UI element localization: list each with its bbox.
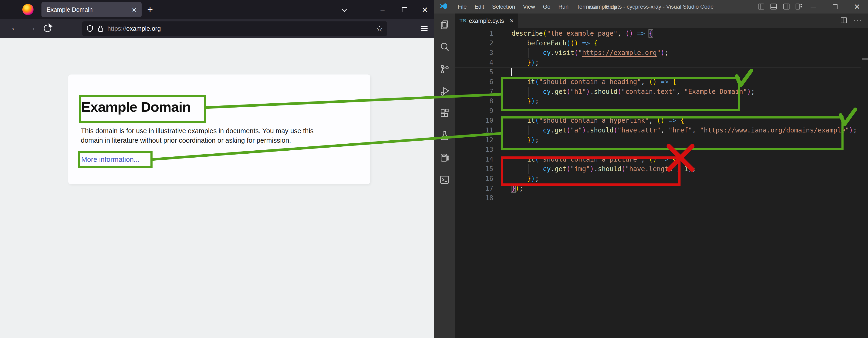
line-number: 1 (465, 29, 493, 38)
line-number: 14 (465, 155, 493, 164)
line-number: 2 (465, 38, 493, 48)
page-paragraph: This domain is for use in illustrative e… (81, 126, 328, 145)
line-number: 4 (465, 58, 493, 68)
menu-bar: FileEditSelectionViewGoRunTerminalHelp (454, 3, 621, 10)
code-line: }); (512, 135, 539, 145)
url-host: example.org (126, 25, 161, 32)
new-tab-button[interactable]: + (147, 5, 153, 14)
line-number: 7 (465, 87, 493, 97)
menu-file[interactable]: File (454, 3, 471, 10)
code-line: describe("the example page", () => { (512, 29, 653, 38)
vscode-window: FileEditSelectionViewGoRunTerminalHelp e… (434, 0, 868, 338)
editor-tab-bar: TS example.cy.ts × ··· (455, 13, 868, 28)
line-number: 3 (465, 48, 493, 58)
page-title: Example Domain (81, 99, 191, 115)
menu-terminal[interactable]: Terminal (572, 3, 601, 10)
customize-layout-icon[interactable] (795, 3, 802, 10)
code-line: beforeEach(() => { (512, 38, 598, 48)
vscode-minimize-button[interactable]: ─ (802, 3, 824, 11)
code-line: it("should contain a hyperlink", () => { (512, 116, 684, 126)
code-line: }); (512, 184, 523, 194)
tab-close-icon[interactable]: × (132, 6, 136, 14)
source-control-icon[interactable] (439, 64, 450, 74)
activity-bar (434, 13, 455, 338)
code-editor[interactable]: 1describe("the example page", () => {2 b… (455, 28, 868, 338)
firefox-tab-bar: Example Domain × + − × (0, 0, 434, 19)
url-text: https://example.org (107, 25, 376, 32)
vscode-maximize-button[interactable] (824, 4, 846, 9)
url-scheme: https:// (107, 25, 126, 32)
menu-view[interactable]: View (519, 3, 539, 10)
code-line: cy.get("h1").should("contain.text", "Exa… (512, 87, 755, 97)
bookmark-star-icon[interactable]: ☆ (376, 24, 383, 33)
menu-edit[interactable]: Edit (471, 3, 488, 10)
browser-tab-title: Example Domain (46, 6, 132, 13)
menu-go[interactable]: Go (539, 3, 554, 10)
line-number: 13 (465, 145, 493, 155)
overview-ruler-divider (863, 28, 863, 338)
explorer-icon[interactable] (439, 20, 450, 30)
split-editor-icon[interactable] (840, 17, 847, 24)
editor-tab-close-icon[interactable]: × (509, 17, 514, 25)
menu-help[interactable]: Help (601, 3, 621, 10)
toggle-sidebar-icon[interactable] (757, 3, 765, 10)
tab-list-chevron-icon[interactable] (342, 7, 347, 12)
line-number: 8 (465, 96, 493, 106)
line-number: 11 (465, 126, 493, 135)
toggle-panel-icon[interactable] (770, 3, 777, 10)
firefox-toolbar: ← → https://example.org ☆ (0, 19, 434, 38)
more-information-link[interactable]: More information... (81, 156, 140, 163)
tracking-shield-icon[interactable] (86, 25, 93, 33)
editor-actions: ··· (840, 16, 862, 24)
code-line: }); (512, 58, 539, 68)
browser-tab[interactable]: Example Domain × (41, 2, 142, 17)
reload-button[interactable] (44, 25, 51, 32)
paragraph-line-1: This domain is for use in illustrative e… (81, 127, 313, 135)
line-number: 12 (465, 135, 493, 145)
menu-run[interactable]: Run (554, 3, 572, 10)
extensions-icon[interactable] (439, 108, 450, 119)
overview-ruler-cursor-mark (862, 58, 868, 60)
paragraph-line-2: domain in literature without prior coord… (81, 137, 291, 144)
content-card: Example Domain This domain is for use in… (68, 74, 370, 184)
firefox-close-button[interactable]: × (422, 4, 428, 15)
toggle-secondary-sidebar-icon[interactable] (783, 3, 790, 10)
code-line: }); (512, 96, 539, 106)
url-bar[interactable]: https://example.org ☆ (82, 22, 387, 36)
vscode-close-button[interactable]: ✕ (846, 2, 868, 11)
line-number: 5 (465, 67, 493, 77)
line-number: 9 (465, 106, 493, 116)
code-line: cy.visit("https://example.org"); (512, 48, 669, 58)
line-number: 10 (465, 116, 493, 126)
back-button[interactable]: ← (10, 23, 20, 32)
line-number: 6 (465, 77, 493, 87)
code-line: }); (512, 174, 539, 184)
text-cursor (511, 68, 512, 76)
firefox-maximize-button[interactable] (402, 7, 407, 12)
container-icon[interactable] (439, 152, 450, 163)
run-debug-icon[interactable] (439, 86, 450, 97)
firefox-minimize-button[interactable]: − (380, 5, 385, 15)
line-number: 18 (465, 193, 493, 203)
firefox-window: Example Domain × + − × ← → https://examp… (0, 0, 434, 338)
code-line: cy.get("a").should("have.attr", "href", … (512, 126, 857, 135)
firefox-logo-icon (22, 4, 34, 15)
terminal-icon[interactable] (439, 174, 450, 185)
editor-tab[interactable]: TS example.cy.ts × (455, 13, 518, 28)
more-actions-icon[interactable]: ··· (853, 16, 862, 24)
search-icon[interactable] (439, 42, 450, 53)
lock-icon[interactable] (98, 25, 104, 33)
current-line-highlight (455, 67, 861, 77)
line-number: 15 (465, 164, 493, 174)
web-page: Example Domain This domain is for use in… (0, 38, 434, 338)
typescript-file-icon: TS (460, 18, 466, 24)
code-line: it("should contain a picture", () => { (512, 155, 676, 164)
forward-button[interactable]: → (27, 23, 36, 32)
hamburger-menu-icon[interactable] (421, 26, 428, 33)
menu-selection[interactable]: Selection (488, 3, 519, 10)
layout-controls (757, 3, 802, 10)
editor-tab-label: example.cy.ts (469, 18, 509, 24)
testing-icon[interactable] (439, 130, 450, 141)
line-number: 16 (465, 174, 493, 184)
code-line: cy.get("img").should("have.length", 1); (512, 164, 696, 174)
